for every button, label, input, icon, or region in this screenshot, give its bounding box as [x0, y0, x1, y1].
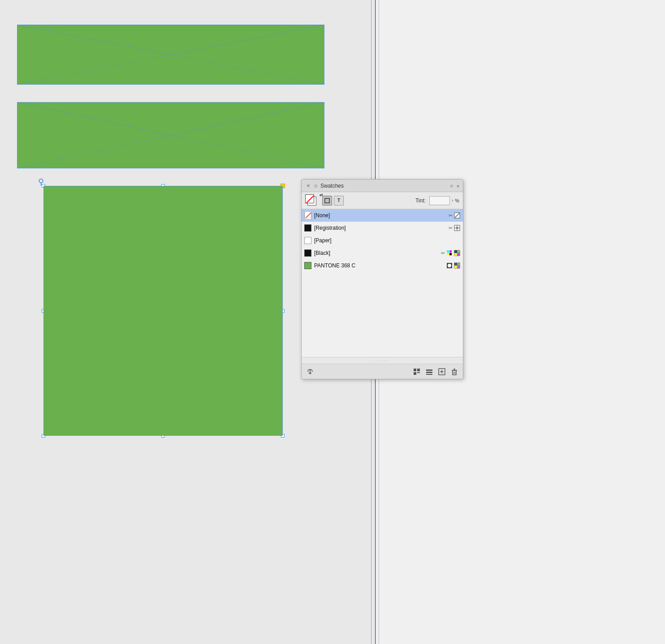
- slash-svg: [454, 212, 460, 219]
- swatch-row-pantone368c[interactable]: PANTONE 368 C: [302, 259, 463, 272]
- swatches-list: [None] ✂ [Registration] ✂: [302, 209, 463, 357]
- rect-1-border: [17, 25, 324, 85]
- svg-line-8: [307, 196, 314, 203]
- panel-titlebar: × ◇ Swatches ≡ «: [302, 180, 463, 192]
- format-rect-button[interactable]: [322, 196, 332, 206]
- svg-rect-30: [426, 369, 432, 371]
- tint-input[interactable]: [429, 196, 450, 205]
- shape-rectangle-1[interactable]: [17, 25, 324, 85]
- add-icon: [438, 368, 446, 376]
- cmyk-grid-svg: [446, 250, 453, 256]
- svg-rect-26: [414, 369, 416, 371]
- fill-stroke-selector[interactable]: ⇄: [305, 194, 320, 207]
- swatch-icons-pantone368c: [446, 262, 460, 269]
- colorwheel-svg-pantone: [454, 262, 460, 269]
- trash-icon: [450, 368, 458, 376]
- svg-point-24: [448, 264, 451, 267]
- format-text-button[interactable]: T: [334, 196, 344, 206]
- grid-view-icon: [413, 368, 421, 376]
- colorwheel-icon-black: [454, 250, 460, 256]
- panel-collapse-button[interactable]: «: [457, 183, 459, 189]
- none-slash-svg: [306, 195, 315, 204]
- swatches-empty-space: [302, 272, 463, 357]
- svg-rect-19: [449, 250, 452, 253]
- tint-arrow-icon[interactable]: ›: [452, 198, 453, 203]
- panel-toolbar: ⇄ T Tint: › %: [302, 192, 463, 209]
- svg-rect-28: [414, 372, 416, 375]
- slash-icon-none: [454, 212, 460, 219]
- scissors-icon-none: ✂: [449, 213, 453, 219]
- tint-label: Tint:: [415, 197, 426, 204]
- swatch-row-black[interactable]: [Black] ✂: [302, 247, 463, 259]
- swatch-name-black: [Black]: [314, 250, 438, 256]
- swatch-color-pantone368c: [304, 262, 311, 269]
- swatch-color-registration: [304, 224, 311, 232]
- svg-rect-18: [447, 250, 449, 253]
- list-view-button[interactable]: [424, 367, 434, 377]
- svg-rect-32: [426, 374, 432, 375]
- spot-circle-icon: [446, 262, 453, 269]
- panel-title-area: × ◇ Swatches: [305, 183, 344, 189]
- list-view-icon: [425, 368, 433, 376]
- swatch-color-paper: [304, 237, 311, 244]
- green-rect-2: [17, 102, 324, 168]
- svg-rect-9: [325, 198, 329, 203]
- panel-bottom-bar: [302, 364, 463, 379]
- swap-arrows-icon: ⇄: [320, 193, 323, 197]
- swatch-color-black: [304, 249, 311, 257]
- swatch-row-registration[interactable]: [Registration] ✂: [302, 222, 463, 234]
- add-swatch-button[interactable]: [437, 367, 447, 377]
- spot-circle-svg: [446, 262, 453, 269]
- swatch-name-pantone368c: PANTONE 368 C: [314, 262, 444, 269]
- text-format-label: T: [337, 198, 340, 203]
- link-swatch-button[interactable]: [305, 367, 315, 377]
- shape-rectangle-2[interactable]: [17, 102, 324, 168]
- grid-view-button[interactable]: [412, 367, 422, 377]
- none-slash-icon: [305, 212, 311, 219]
- delete-swatch-button[interactable]: [449, 367, 459, 377]
- crosshair-icon-reg: [454, 225, 460, 231]
- rect-3-border: [43, 186, 283, 436]
- swatch-icons-registration: ✂: [449, 225, 460, 231]
- swatch-color-none: [304, 212, 311, 219]
- link-icon-svg: [306, 368, 314, 376]
- fill-box: [305, 194, 314, 203]
- swatch-icons-black: ✂: [441, 250, 460, 256]
- svg-rect-21: [449, 253, 452, 255]
- panel-title-right: ≡ «: [450, 183, 459, 189]
- green-rect-1: [17, 25, 324, 85]
- panel-menu-icon[interactable]: ≡: [450, 183, 453, 189]
- shape-rectangle-3[interactable]: ⚲: [43, 186, 283, 436]
- svg-rect-31: [426, 372, 432, 373]
- svg-rect-27: [417, 369, 420, 371]
- rect-2-border: [17, 102, 324, 168]
- svg-rect-29: [417, 372, 420, 373]
- colorwheel-svg-black: [454, 250, 460, 256]
- panel-diamond-icon: ◇: [314, 183, 318, 188]
- swatches-panel: × ◇ Swatches ≡ « ⇄: [301, 179, 463, 379]
- panel-title: Swatches: [320, 183, 344, 189]
- swatch-name-none: [None]: [314, 212, 446, 219]
- swatch-name-registration: [Registration]: [314, 225, 446, 231]
- swatch-row-none[interactable]: [None] ✂: [302, 209, 463, 222]
- crosshair-svg: [454, 225, 460, 231]
- swatch-row-paper[interactable]: [Paper]: [302, 234, 463, 247]
- rect-icon: [324, 198, 330, 203]
- resize-handle[interactable]: ···· ····: [302, 357, 463, 364]
- colorwheel-icon-pantone: [454, 262, 460, 269]
- green-rect-3: [43, 186, 283, 436]
- swatch-name-paper: [Paper]: [314, 237, 458, 244]
- scissors-icon-black: ✂: [441, 250, 445, 256]
- svg-rect-20: [447, 253, 449, 255]
- grid-icon-black: [446, 250, 453, 256]
- percent-label: %: [455, 198, 459, 203]
- scissors-icon-reg: ✂: [449, 225, 453, 231]
- swatch-icons-none: ✂: [449, 212, 460, 219]
- panel-close-button[interactable]: ×: [305, 183, 311, 189]
